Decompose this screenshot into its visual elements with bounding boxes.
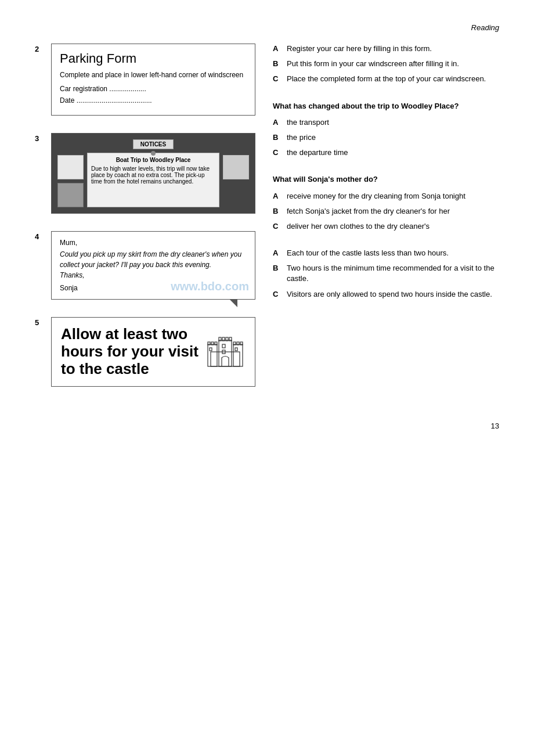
- q3-title: What has changed about the trip to Woodl…: [273, 101, 499, 111]
- q2-text-b: Put this form in your car windscreen aft…: [287, 59, 499, 69]
- q2-text-a: Register your car here by filling in thi…: [287, 44, 499, 54]
- notice-board-header: NOTICES: [133, 139, 174, 149]
- parking-field-registration: Car registration ...................: [60, 85, 247, 93]
- q2-label-c: C: [273, 74, 282, 84]
- parking-field-date: Date ...................................…: [60, 96, 247, 105]
- note-thanks: Thanks,: [60, 270, 247, 280]
- q3-answer-b: B the price: [273, 132, 499, 143]
- q5-text-a: Each tour of the castle lasts less than …: [287, 248, 499, 258]
- castle-text: Allow at least two hours for your visit …: [61, 326, 199, 378]
- q3-answer-a: A the transport: [273, 117, 499, 128]
- q4-label-b: B: [273, 206, 282, 217]
- notice-board: NOTICES Boat Trip to Woodley Place Due t…: [52, 134, 255, 213]
- section-3-number: 3: [35, 134, 44, 214]
- q4-text-c: deliver her own clothes to the dry clean…: [287, 221, 499, 232]
- notice-right-papers: [223, 153, 249, 207]
- page-number: 13: [35, 422, 499, 430]
- castle-image: [205, 332, 246, 372]
- q3-block: What has changed about the trip to Woodl…: [273, 101, 499, 159]
- q2-answer-c: C Place the completed form at the top of…: [273, 74, 499, 84]
- section-4: 4 Mum, Could you pick up my skirt from t…: [35, 231, 255, 300]
- q5-label-a: A: [273, 248, 282, 258]
- q4-label-c: C: [273, 221, 282, 232]
- section-5: 5 Allow at least two hours for your visi…: [35, 317, 255, 387]
- notice-paper-body: Due to high water levels, this trip will…: [91, 165, 215, 185]
- notice-side-paper-2: [57, 183, 84, 207]
- notice-side-paper-3: [223, 155, 249, 179]
- q4-answer-a: A receive money for the dry cleaning fro…: [273, 191, 499, 201]
- q3-label-a: A: [273, 117, 282, 128]
- q2-label-b: B: [273, 59, 282, 69]
- q2-text-c: Place the completed form at the top of y…: [287, 74, 499, 84]
- notice-left-papers: [57, 153, 84, 207]
- note-tail: [229, 299, 237, 307]
- q3-label-b: B: [273, 132, 282, 143]
- svg-rect-16: [210, 348, 212, 351]
- section-title: Reading: [471, 23, 499, 32]
- q4-title: What will Sonja's mother do?: [273, 174, 499, 185]
- q3-text-a: the transport: [287, 117, 499, 128]
- q3-text-c: the departure time: [287, 147, 499, 158]
- svg-rect-17: [235, 348, 237, 351]
- q5-label-c: C: [273, 289, 282, 300]
- svg-rect-2: [233, 344, 243, 366]
- parking-form-title: Parking Form: [60, 51, 247, 66]
- q3-text-b: the price: [287, 132, 499, 143]
- parking-form-subtitle: Complete and place in lower left-hand co…: [60, 71, 247, 79]
- section-2: 2 Parking Form Complete and place in low…: [35, 44, 255, 116]
- notice-board-container: NOTICES Boat Trip to Woodley Place Due t…: [51, 133, 255, 214]
- note-salutation: Mum,: [60, 239, 247, 247]
- q3-answer-c: C the departure time: [273, 147, 499, 158]
- q4-answer-c: C deliver her own clothes to the dry cle…: [273, 221, 499, 232]
- q4-text-b: fetch Sonja's jacket from the dry cleane…: [287, 206, 499, 217]
- q3-label-c: C: [273, 147, 282, 158]
- svg-rect-0: [211, 352, 240, 366]
- q4-block: What will Sonja's mother do? A receive m…: [273, 174, 499, 232]
- notice-side-paper-1: [57, 155, 84, 179]
- note-watermark: www.bdo.com: [171, 280, 249, 293]
- section-2-number: 2: [35, 45, 44, 116]
- q4-label-a: A: [273, 191, 282, 201]
- castle-box: Allow at least two hours for your visit …: [51, 317, 255, 387]
- svg-rect-14: [222, 344, 225, 348]
- notice-pin: [151, 151, 156, 156]
- section-3: 3 NOTICES Boat Trip to Woodley Place: [35, 133, 255, 214]
- parking-form-box: Parking Form Complete and place in lower…: [51, 44, 255, 116]
- right-column: A Register your car here by filling in t…: [273, 44, 499, 404]
- q5-block: A Each tour of the castle lasts less tha…: [273, 248, 499, 300]
- note-body: Could you pick up my skirt from the dry …: [60, 249, 247, 270]
- svg-rect-1: [208, 344, 217, 366]
- notice-paper-title: Boat Trip to Woodley Place: [91, 157, 215, 163]
- note-box: Mum, Could you pick up my skirt from the…: [51, 231, 255, 300]
- q2-answer-b: B Put this form in your car windscreen a…: [273, 59, 499, 69]
- section-4-number: 4: [35, 232, 44, 300]
- notice-main-paper: Boat Trip to Woodley Place Due to high w…: [87, 153, 219, 207]
- q2-answers: A Register your car here by filling in t…: [273, 44, 499, 85]
- q2-answer-a: A Register your car here by filling in t…: [273, 44, 499, 54]
- left-column: 2 Parking Form Complete and place in low…: [35, 44, 255, 404]
- q4-answer-b: B fetch Sonja's jacket from the dry clea…: [273, 206, 499, 217]
- section-5-number: 5: [35, 318, 44, 387]
- q5-text-b: Two hours is the minimum time recommende…: [287, 263, 499, 284]
- page-header: Reading: [35, 23, 499, 32]
- q5-answer-b: B Two hours is the minimum time recommen…: [273, 263, 499, 284]
- q5-answer-a: A Each tour of the castle lasts less tha…: [273, 248, 499, 258]
- q2-label-a: A: [273, 44, 282, 54]
- notice-board-inner: Boat Trip to Woodley Place Due to high w…: [57, 153, 249, 207]
- q5-text-c: Visitors are only allowed to spend two h…: [287, 289, 499, 300]
- q4-text-a: receive money for the dry cleaning from …: [287, 191, 499, 201]
- q5-answer-c: C Visitors are only allowed to spend two…: [273, 289, 499, 300]
- q5-label-b: B: [273, 263, 282, 284]
